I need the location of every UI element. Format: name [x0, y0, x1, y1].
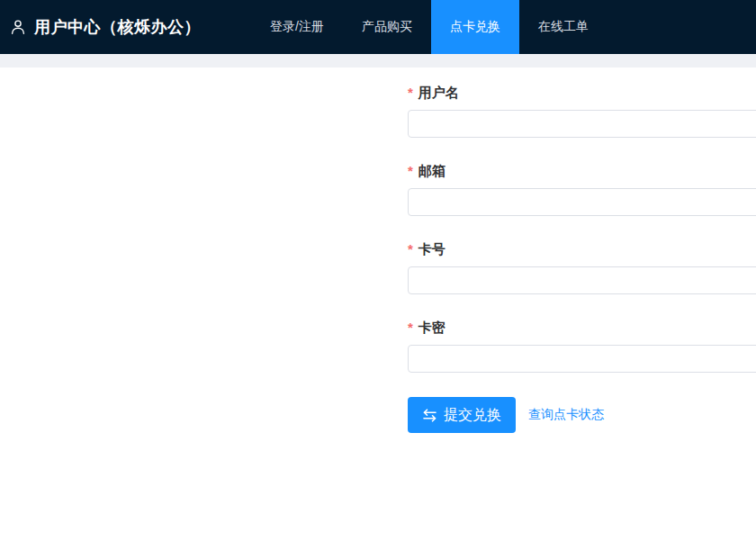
top-header: 用户中心（核烁办公） 登录/注册 产品购买 点卡兑换 在线工单 — [0, 0, 756, 54]
card-number-input[interactable] — [408, 266, 756, 294]
nav-item-login-register[interactable]: 登录/注册 — [251, 0, 343, 54]
user-icon — [9, 18, 27, 36]
card-number-label-text: 卡号 — [418, 241, 446, 257]
submit-redeem-button[interactable]: 提交兑换 — [408, 397, 516, 433]
username-label-text: 用户名 — [418, 85, 459, 100]
form-actions: 提交兑换 查询点卡状态 — [408, 397, 756, 433]
main-content: *用户名 *邮箱 *卡号 *卡密 提交兑换 — [0, 68, 756, 559]
card-redeem-form: *用户名 *邮箱 *卡号 *卡密 提交兑换 — [408, 84, 756, 433]
page-title: 用户中心（核烁办公） — [34, 16, 201, 38]
submit-button-label: 提交兑换 — [444, 406, 501, 425]
required-asterisk: * — [408, 241, 413, 257]
nav-item-product-purchase[interactable]: 产品购买 — [343, 0, 431, 54]
subheader-strip — [0, 54, 756, 68]
query-card-status-link[interactable]: 查询点卡状态 — [528, 407, 604, 423]
form-group-card-secret: *卡密 — [408, 319, 756, 373]
swap-arrows-icon — [422, 409, 437, 422]
main-nav: 登录/注册 产品购买 点卡兑换 在线工单 — [251, 0, 608, 54]
brand: 用户中心（核烁办公） — [0, 0, 201, 54]
email-label: *邮箱 — [408, 162, 756, 180]
username-label: *用户名 — [408, 84, 756, 102]
email-label-text: 邮箱 — [418, 163, 446, 178]
required-asterisk: * — [408, 320, 413, 335]
username-input[interactable] — [408, 110, 756, 138]
required-asterisk: * — [408, 85, 413, 100]
nav-item-online-ticket[interactable]: 在线工单 — [519, 0, 608, 54]
card-number-label: *卡号 — [408, 240, 756, 258]
card-secret-label-text: 卡密 — [418, 320, 446, 335]
form-group-username: *用户名 — [408, 84, 756, 138]
card-secret-label: *卡密 — [408, 319, 756, 337]
card-secret-input[interactable] — [408, 345, 756, 373]
form-group-email: *邮箱 — [408, 162, 756, 216]
email-input[interactable] — [408, 188, 756, 216]
required-asterisk: * — [408, 163, 413, 178]
form-group-card-number: *卡号 — [408, 240, 756, 294]
nav-item-card-redeem[interactable]: 点卡兑换 — [431, 0, 519, 54]
